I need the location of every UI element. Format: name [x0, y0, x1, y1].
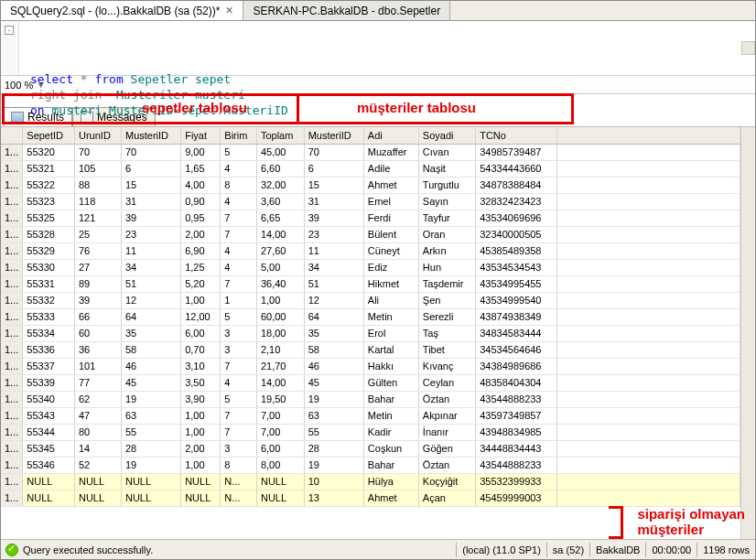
cell[interactable]: 32832423423 [476, 193, 557, 210]
cell[interactable]: 2,00 [181, 226, 221, 242]
cell[interactable]: 80 [74, 424, 121, 440]
cell[interactable]: 55 [304, 424, 363, 440]
cell[interactable]: Bülent [363, 226, 418, 242]
cell[interactable]: 43544888233 [476, 391, 557, 407]
cell[interactable]: 55 [121, 424, 180, 440]
cell[interactable]: Ahmet [363, 490, 418, 506]
table-row[interactable]: 1...5533977453,50414,0045GültenCeylan483… [1, 374, 740, 391]
cell[interactable]: 12 [121, 292, 180, 308]
cell[interactable]: 1... [1, 358, 23, 374]
cell[interactable]: 34448834443 [476, 440, 557, 457]
cell[interactable]: 46 [121, 358, 180, 374]
vertical-scrollbar[interactable] [740, 127, 755, 539]
cell[interactable]: Emel [363, 193, 418, 210]
cell[interactable]: 54334443660 [476, 160, 557, 177]
table-row[interactable]: 1...5533027341,2545,0034EdizHun435345345… [1, 259, 740, 275]
cell[interactable]: 55336 [23, 341, 75, 358]
cell[interactable]: 6 [121, 160, 180, 177]
cell[interactable]: NULL [23, 490, 75, 506]
cell[interactable]: Kadir [363, 424, 418, 440]
cell[interactable]: 11 [304, 242, 363, 259]
cell[interactable]: 1... [1, 259, 23, 275]
cell[interactable]: 105 [74, 160, 121, 177]
cell[interactable]: 43544888233 [476, 457, 557, 473]
column-header[interactable]: UrunID [74, 127, 121, 144]
cell[interactable]: 36 [74, 341, 121, 358]
cell[interactable]: 66 [74, 308, 121, 325]
results-grid[interactable]: SepetIDUrunIDMusteriIDFiyatBirimToplamMu… [1, 127, 740, 539]
cell[interactable]: 11 [121, 242, 180, 259]
cell[interactable]: Gülten [363, 374, 418, 391]
cell[interactable]: 43534995455 [476, 275, 557, 292]
table-row[interactable]: 1...5534514282,0036,0028CoşkunGöğen34448… [1, 440, 740, 457]
cell[interactable]: 3 [221, 440, 257, 457]
cell[interactable]: 101 [74, 358, 121, 374]
cell[interactable]: 34878388484 [476, 177, 557, 193]
cell[interactable]: 1,00 [181, 292, 221, 308]
cell[interactable]: 70 [304, 144, 363, 160]
cell[interactable]: 25 [74, 226, 121, 242]
cell[interactable]: 1... [1, 144, 23, 160]
cell[interactable]: 0,70 [181, 341, 221, 358]
cell[interactable]: 1... [1, 490, 23, 506]
table-row[interactable]: 1...5533636580,7032,1058KartalTibet34534… [1, 341, 740, 358]
cell[interactable]: 55330 [23, 259, 75, 275]
cell[interactable]: Şen [418, 292, 475, 308]
cell[interactable]: 1... [1, 391, 23, 407]
cell[interactable]: 19,50 [256, 391, 304, 407]
cell[interactable]: Erol [363, 325, 418, 341]
cell[interactable]: 64 [121, 308, 180, 325]
cell[interactable]: N... [221, 490, 257, 506]
cell[interactable]: 43534999540 [476, 292, 557, 308]
cell[interactable]: 62 [74, 391, 121, 407]
cell[interactable]: 2,00 [181, 440, 221, 457]
cell[interactable]: 1,00 [181, 457, 221, 473]
cell[interactable]: 43534069696 [476, 210, 557, 226]
cell[interactable]: Göğen [418, 440, 475, 457]
cell[interactable]: 55323 [23, 193, 75, 210]
column-header[interactable] [1, 127, 23, 144]
cell[interactable]: Adile [363, 160, 418, 177]
cell[interactable]: 36,40 [256, 275, 304, 292]
cell[interactable]: 19 [121, 457, 180, 473]
cell[interactable]: NULL [121, 490, 180, 506]
cell[interactable]: 55331 [23, 275, 75, 292]
cell[interactable]: N... [221, 473, 257, 490]
cell[interactable]: 70 [74, 144, 121, 160]
cell[interactable]: 3 [221, 325, 257, 341]
table-row[interactable]: 1...5532288154,00832,0015AhmetTurgutlu34… [1, 177, 740, 193]
cell[interactable]: 35 [304, 325, 363, 341]
cell[interactable]: 12 [304, 292, 363, 308]
cell[interactable]: 45459999003 [476, 490, 557, 506]
cell[interactable]: 31 [304, 193, 363, 210]
cell[interactable]: 43534534543 [476, 259, 557, 275]
cell[interactable]: 0,95 [181, 210, 221, 226]
close-icon[interactable]: ✕ [225, 5, 233, 16]
cell[interactable]: 55339 [23, 374, 75, 391]
cell[interactable]: 55321 [23, 160, 75, 177]
cell[interactable]: 4 [221, 242, 257, 259]
table-row[interactable]: 1...5533460356,00318,0035ErolTaş34834583… [1, 325, 740, 341]
file-tab-inactive[interactable]: SERKAN-PC.BakkalDB - dbo.Sepetler [243, 1, 450, 20]
cell[interactable]: 118 [74, 193, 121, 210]
cell[interactable]: 3 [221, 341, 257, 358]
table-row[interactable]: 1...55333666412,00560,0064MetinSerezli43… [1, 308, 740, 325]
cell[interactable]: 45 [304, 374, 363, 391]
cell[interactable]: 45,00 [256, 144, 304, 160]
cell[interactable]: 8 [221, 177, 257, 193]
cell[interactable]: 0,90 [181, 193, 221, 210]
cell[interactable]: Tayfur [418, 210, 475, 226]
cell[interactable]: 55346 [23, 457, 75, 473]
cell[interactable]: 1... [1, 325, 23, 341]
cell[interactable]: 1... [1, 210, 23, 226]
cell[interactable]: 1... [1, 193, 23, 210]
cell[interactable]: NULL [181, 490, 221, 506]
cell[interactable]: 7,00 [256, 424, 304, 440]
cell[interactable]: 34534564646 [476, 341, 557, 358]
cell[interactable]: 35532399933 [476, 473, 557, 490]
cell[interactable]: 3,60 [256, 193, 304, 210]
cell[interactable]: 14,00 [256, 226, 304, 242]
cell[interactable]: 18,00 [256, 325, 304, 341]
cell[interactable]: Serezli [418, 308, 475, 325]
cell[interactable]: 34 [121, 259, 180, 275]
